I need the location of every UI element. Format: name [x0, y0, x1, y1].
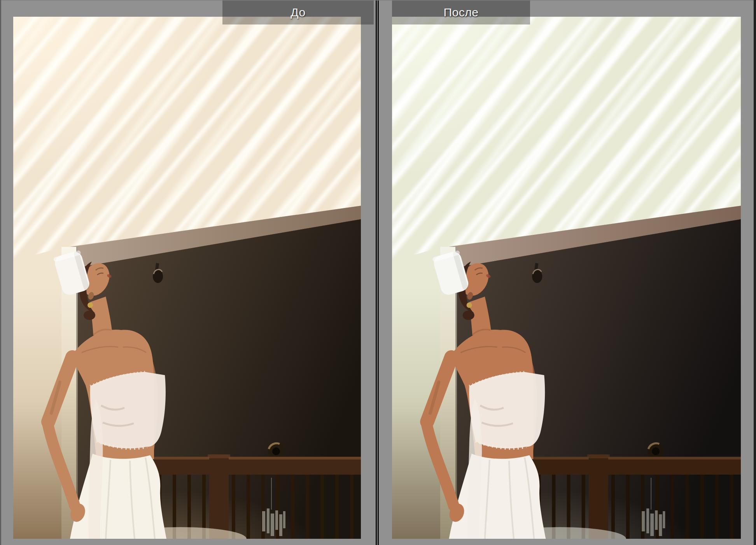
before-photo-panel[interactable] — [13, 17, 361, 539]
bride-satin-skirt — [70, 454, 166, 539]
bride-pillbox-hat — [53, 250, 91, 297]
ceiling-spotlight — [532, 263, 542, 283]
wood-railing — [135, 454, 361, 539]
bride-hair-bun — [463, 311, 474, 320]
recessed-light-core — [272, 447, 280, 455]
before-label-bar: До — [222, 0, 374, 24]
after-label-bar: После — [392, 0, 530, 24]
railing-newel-cap — [208, 454, 230, 458]
after-label: После — [444, 6, 479, 19]
chandelier-crystals — [642, 508, 665, 536]
ceiling-spotlight — [153, 263, 163, 283]
railing-newel-post — [589, 454, 608, 539]
window-right-edge — [754, 0, 756, 545]
bride-figure — [426, 250, 546, 539]
photo-detail-layer — [13, 17, 361, 539]
after-photo-panel[interactable] — [392, 17, 741, 539]
before-label: До — [290, 6, 305, 19]
bride-earring — [467, 302, 472, 308]
bride-pillbox-hat — [432, 250, 470, 297]
bride-satin-skirt — [449, 454, 546, 539]
window-top-edge — [0, 0, 756, 1]
chandelier-crystals — [262, 508, 285, 536]
bride-near-forearm — [47, 423, 75, 506]
before-after-view: До После — [0, 0, 756, 545]
chandelier — [262, 478, 285, 536]
bride-figure — [47, 250, 166, 539]
photo-detail-layer — [392, 17, 741, 539]
recessed-light-core — [652, 447, 660, 455]
panel-divider-line-right — [378, 0, 379, 545]
railing-newel-cap — [587, 454, 610, 458]
window-left-edge — [0, 0, 1, 545]
wood-railing — [514, 454, 741, 539]
railing-rail-highlight — [514, 457, 741, 459]
chandelier — [642, 478, 665, 536]
bride-earring — [88, 302, 93, 308]
panel-divider-line-left — [376, 0, 377, 545]
bride-near-forearm — [426, 423, 453, 506]
railing-newel-post — [209, 454, 229, 539]
bride-hair-bun — [84, 311, 95, 320]
railing-rail-highlight — [135, 457, 361, 459]
